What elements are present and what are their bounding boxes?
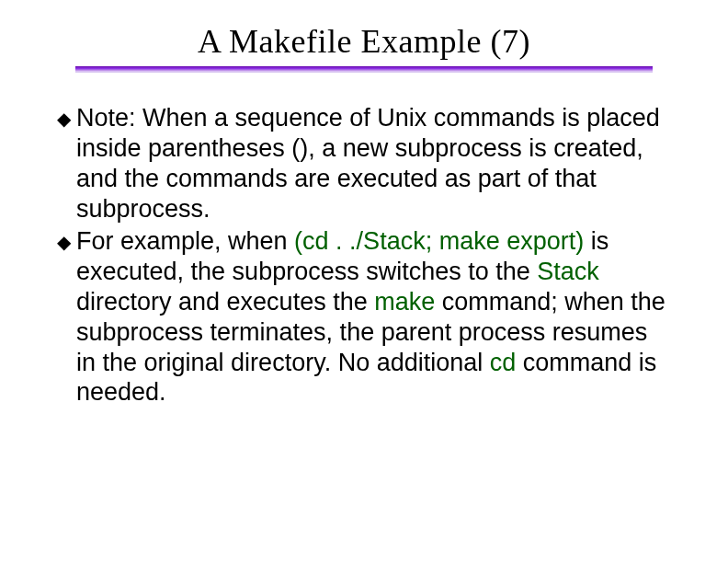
bullet-text: Note: When a sequence of Unix commands i… [76,103,669,224]
slide-content: ◆ Note: When a sequence of Unix commands… [37,103,691,408]
bullet-text: For example, when (cd . ./Stack; make ex… [76,226,669,408]
bullet-icon: ◆ [57,226,71,258]
title-underline [75,66,653,72]
bullet-item: ◆ For example, when (cd . ./Stack; make … [57,226,669,408]
slide-title: A Makefile Example (7) [37,22,691,61]
bullet-item: ◆ Note: When a sequence of Unix commands… [57,103,669,224]
slide: A Makefile Example (7) ◆ Note: When a se… [0,0,728,563]
bullet-icon: ◆ [57,103,71,134]
